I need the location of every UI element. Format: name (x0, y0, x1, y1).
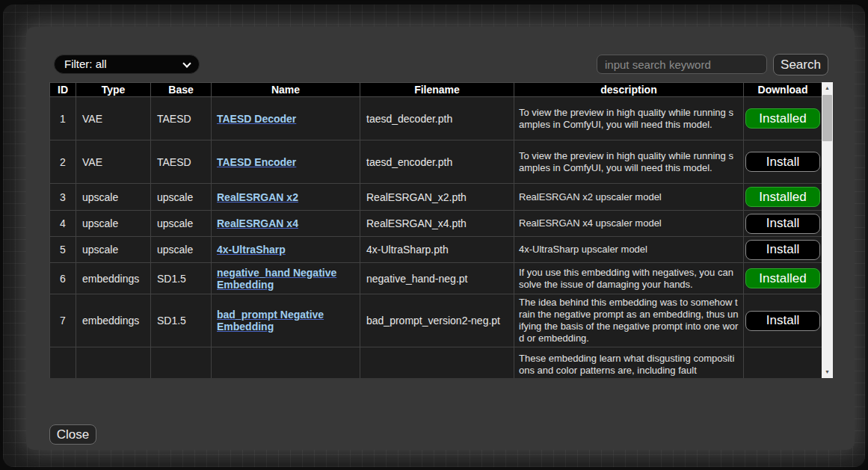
model-table: IDTypeBaseNameFilenamedescriptionDownloa… (49, 82, 822, 378)
cell-id: 4 (50, 211, 76, 237)
cell-name: bad_prompt Negative Embedding (212, 294, 360, 347)
model-name-link[interactable]: bad_prompt Negative Embedding (217, 309, 324, 333)
cell-id: 5 (50, 237, 76, 263)
cell-description: These embedding learn what disgusting co… (514, 347, 744, 379)
scrollbar-up-icon[interactable]: ▲ (822, 82, 833, 94)
model-name-link[interactable]: negative_hand Negative Embedding (217, 267, 336, 291)
cell-base (151, 347, 212, 379)
cell-filename: negative_hand-neg.pt (360, 263, 514, 294)
table-row: 4upscaleupscaleRealESRGAN x4RealESRGAN_x… (50, 211, 822, 237)
column-header-download: Download (744, 83, 822, 97)
scrollbar-thumb[interactable] (822, 95, 832, 141)
cell-type: upscale (76, 211, 151, 237)
cell-download: Installed (744, 263, 822, 294)
table-row: 1VAETAESDTAESD Decodertaesd_decoder.pthT… (50, 97, 822, 140)
cell-download: Install (744, 140, 822, 184)
column-header-filename: Filename (360, 83, 514, 97)
cell-filename: taesd_decoder.pth (360, 97, 514, 140)
cell-name: negative_hand Negative Embedding (212, 263, 360, 294)
cell-filename: 4x-UltraSharp.pth (360, 237, 514, 263)
model-name-link[interactable]: RealESRGAN x4 (217, 217, 298, 229)
install-button[interactable]: Install (745, 214, 820, 234)
column-header-description: description (514, 83, 744, 97)
installed-button[interactable]: Installed (745, 187, 820, 207)
cell-base: TAESD (151, 140, 212, 184)
cell-filename (360, 347, 514, 379)
install-button[interactable]: Install (745, 152, 820, 172)
column-header-base: Base (151, 83, 212, 97)
install-button[interactable]: Install (745, 311, 820, 331)
cell-id: 7 (50, 294, 76, 347)
cell-name: RealESRGAN x2 (212, 184, 360, 211)
cell-type: VAE (76, 140, 151, 184)
install-button[interactable]: Install (745, 240, 820, 260)
cell-description: To view the preview in high quality whil… (514, 97, 744, 140)
cell-name: TAESD Encoder (212, 140, 360, 184)
cell-base: upscale (151, 237, 212, 263)
cell-base: upscale (151, 184, 212, 211)
table-row: 2VAETAESDTAESD Encodertaesd_encoder.pthT… (50, 140, 822, 184)
cell-name: 4x-UltraSharp (212, 237, 360, 263)
model-name-link[interactable]: 4x-UltraSharp (217, 244, 286, 256)
column-header-type: Type (76, 83, 151, 97)
table-header-row: IDTypeBaseNameFilenamedescriptionDownloa… (50, 83, 822, 97)
cell-description: RealESRGAN x2 upscaler model (514, 184, 744, 211)
cell-id: 2 (50, 140, 76, 184)
cell-download: Installed (744, 184, 822, 211)
cell-download: Install (744, 211, 822, 237)
install-models-dialog: Filter: all Search IDTypeBaseNameFilenam… (26, 27, 855, 450)
table-row: 7embeddingsSD1.5bad_prompt Negative Embe… (50, 294, 822, 347)
cell-base: SD1.5 (151, 294, 212, 347)
table-row: These embedding learn what disgusting co… (50, 347, 822, 379)
table-row: 5upscaleupscale4x-UltraSharp4x-UltraShar… (50, 237, 822, 263)
model-table-scroll-region: IDTypeBaseNameFilenamedescriptionDownloa… (49, 82, 822, 378)
model-name-link[interactable]: RealESRGAN x2 (217, 191, 298, 203)
cell-type: embeddings (76, 294, 151, 347)
column-header-id: ID (50, 83, 76, 97)
table-row: 3upscaleupscaleRealESRGAN x2RealESRGAN_x… (50, 184, 822, 211)
cell-type (76, 347, 151, 379)
cell-download: Install (744, 237, 822, 263)
cell-base: TAESD (151, 97, 212, 140)
search-input[interactable] (597, 55, 767, 74)
cell-type: upscale (76, 237, 151, 263)
cell-base: upscale (151, 211, 212, 237)
search-button[interactable]: Search (773, 54, 828, 75)
cell-id: 1 (50, 97, 76, 140)
cell-base: SD1.5 (151, 263, 212, 294)
cell-type: embeddings (76, 263, 151, 294)
cell-description: 4x-UltraSharp upscaler model (514, 237, 744, 263)
model-table-area: IDTypeBaseNameFilenamedescriptionDownloa… (49, 82, 833, 378)
filter-select[interactable]: Filter: all (54, 55, 200, 74)
cell-download: Installed (744, 97, 822, 140)
cell-id: 3 (50, 184, 76, 211)
cell-type: VAE (76, 97, 151, 140)
model-name-link[interactable]: TAESD Decoder (217, 113, 296, 125)
scrollbar-down-icon[interactable]: ▼ (822, 366, 833, 378)
cell-name (212, 347, 360, 379)
model-name-link[interactable]: TAESD Encoder (217, 156, 296, 168)
node-canvas-background: Filter: all Search IDTypeBaseNameFilenam… (3, 4, 865, 467)
vertical-scrollbar[interactable]: ▲ ▼ (822, 82, 833, 378)
installed-button[interactable]: Installed (745, 108, 820, 129)
cell-type: upscale (76, 184, 151, 211)
cell-name: TAESD Decoder (212, 97, 360, 140)
column-header-name: Name (212, 83, 360, 97)
cell-download: Install (744, 294, 822, 347)
cell-description: To view the preview in high quality whil… (514, 140, 744, 184)
table-body: 1VAETAESDTAESD Decodertaesd_decoder.pthT… (50, 97, 822, 379)
cell-id (50, 347, 76, 379)
cell-filename: bad_prompt_version2-neg.pt (360, 294, 514, 347)
cell-name: RealESRGAN x4 (212, 211, 360, 237)
installed-button[interactable]: Installed (745, 268, 820, 288)
table-row: 6embeddingsSD1.5negative_hand Negative E… (50, 263, 822, 294)
close-button[interactable]: Close (49, 424, 96, 445)
cell-filename: RealESRGAN_x2.pth (360, 184, 514, 211)
cell-description: RealESRGAN x4 upscaler model (514, 211, 744, 237)
cell-filename: RealESRGAN_x4.pth (360, 211, 514, 237)
cell-filename: taesd_encoder.pth (360, 140, 514, 184)
cell-description: The idea behind this embedding was to so… (514, 294, 744, 347)
filter-select-wrap: Filter: all (54, 55, 200, 74)
cell-download (744, 347, 822, 379)
cell-description: If you use this embedding with negatives… (514, 263, 744, 294)
